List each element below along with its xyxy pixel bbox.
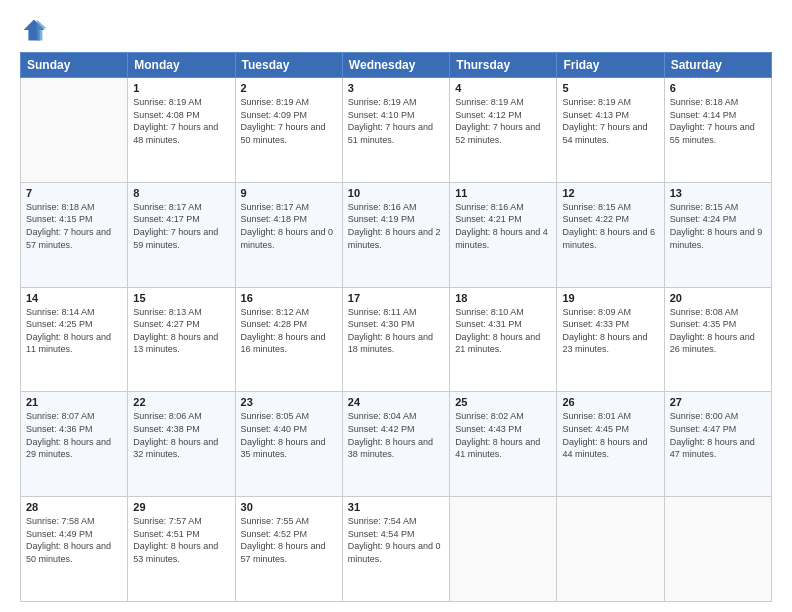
day-number: 22 — [133, 396, 229, 408]
day-info: Sunrise: 8:05 AMSunset: 4:40 PMDaylight:… — [241, 410, 337, 460]
day-number: 27 — [670, 396, 766, 408]
day-number: 6 — [670, 82, 766, 94]
day-cell: 11Sunrise: 8:16 AMSunset: 4:21 PMDayligh… — [450, 182, 557, 287]
day-cell: 24Sunrise: 8:04 AMSunset: 4:42 PMDayligh… — [342, 392, 449, 497]
day-info: Sunrise: 8:06 AMSunset: 4:38 PMDaylight:… — [133, 410, 229, 460]
day-cell: 27Sunrise: 8:00 AMSunset: 4:47 PMDayligh… — [664, 392, 771, 497]
day-cell: 12Sunrise: 8:15 AMSunset: 4:22 PMDayligh… — [557, 182, 664, 287]
day-cell: 22Sunrise: 8:06 AMSunset: 4:38 PMDayligh… — [128, 392, 235, 497]
day-info: Sunrise: 8:19 AMSunset: 4:12 PMDaylight:… — [455, 96, 551, 146]
day-info: Sunrise: 8:16 AMSunset: 4:21 PMDaylight:… — [455, 201, 551, 251]
day-cell: 5Sunrise: 8:19 AMSunset: 4:13 PMDaylight… — [557, 78, 664, 183]
day-info: Sunrise: 8:19 AMSunset: 4:10 PMDaylight:… — [348, 96, 444, 146]
day-cell: 23Sunrise: 8:05 AMSunset: 4:40 PMDayligh… — [235, 392, 342, 497]
week-row-5: 28Sunrise: 7:58 AMSunset: 4:49 PMDayligh… — [21, 497, 772, 602]
day-number: 10 — [348, 187, 444, 199]
day-number: 18 — [455, 292, 551, 304]
week-row-2: 7Sunrise: 8:18 AMSunset: 4:15 PMDaylight… — [21, 182, 772, 287]
header-wednesday: Wednesday — [342, 53, 449, 78]
day-number: 17 — [348, 292, 444, 304]
day-cell: 26Sunrise: 8:01 AMSunset: 4:45 PMDayligh… — [557, 392, 664, 497]
day-info: Sunrise: 8:15 AMSunset: 4:22 PMDaylight:… — [562, 201, 658, 251]
day-info: Sunrise: 8:19 AMSunset: 4:13 PMDaylight:… — [562, 96, 658, 146]
day-number: 16 — [241, 292, 337, 304]
day-cell: 13Sunrise: 8:15 AMSunset: 4:24 PMDayligh… — [664, 182, 771, 287]
day-cell: 21Sunrise: 8:07 AMSunset: 4:36 PMDayligh… — [21, 392, 128, 497]
header-tuesday: Tuesday — [235, 53, 342, 78]
day-cell — [450, 497, 557, 602]
header — [20, 16, 772, 44]
svg-marker-1 — [37, 20, 47, 41]
day-cell: 25Sunrise: 8:02 AMSunset: 4:43 PMDayligh… — [450, 392, 557, 497]
day-cell: 1Sunrise: 8:19 AMSunset: 4:08 PMDaylight… — [128, 78, 235, 183]
day-info: Sunrise: 8:07 AMSunset: 4:36 PMDaylight:… — [26, 410, 122, 460]
day-number: 24 — [348, 396, 444, 408]
week-row-3: 14Sunrise: 8:14 AMSunset: 4:25 PMDayligh… — [21, 287, 772, 392]
day-cell: 7Sunrise: 8:18 AMSunset: 4:15 PMDaylight… — [21, 182, 128, 287]
day-cell: 20Sunrise: 8:08 AMSunset: 4:35 PMDayligh… — [664, 287, 771, 392]
day-info: Sunrise: 8:10 AMSunset: 4:31 PMDaylight:… — [455, 306, 551, 356]
week-row-1: 1Sunrise: 8:19 AMSunset: 4:08 PMDaylight… — [21, 78, 772, 183]
day-number: 1 — [133, 82, 229, 94]
day-number: 7 — [26, 187, 122, 199]
day-cell: 29Sunrise: 7:57 AMSunset: 4:51 PMDayligh… — [128, 497, 235, 602]
day-number: 20 — [670, 292, 766, 304]
day-cell: 2Sunrise: 8:19 AMSunset: 4:09 PMDaylight… — [235, 78, 342, 183]
day-info: Sunrise: 8:04 AMSunset: 4:42 PMDaylight:… — [348, 410, 444, 460]
day-cell: 17Sunrise: 8:11 AMSunset: 4:30 PMDayligh… — [342, 287, 449, 392]
day-number: 14 — [26, 292, 122, 304]
day-cell: 15Sunrise: 8:13 AMSunset: 4:27 PMDayligh… — [128, 287, 235, 392]
calendar-table: Sunday Monday Tuesday Wednesday Thursday… — [20, 52, 772, 602]
day-cell: 28Sunrise: 7:58 AMSunset: 4:49 PMDayligh… — [21, 497, 128, 602]
day-info: Sunrise: 8:17 AMSunset: 4:18 PMDaylight:… — [241, 201, 337, 251]
day-number: 4 — [455, 82, 551, 94]
day-info: Sunrise: 8:11 AMSunset: 4:30 PMDaylight:… — [348, 306, 444, 356]
day-info: Sunrise: 8:09 AMSunset: 4:33 PMDaylight:… — [562, 306, 658, 356]
day-number: 5 — [562, 82, 658, 94]
logo-icon — [20, 16, 48, 44]
day-number: 21 — [26, 396, 122, 408]
day-info: Sunrise: 7:57 AMSunset: 4:51 PMDaylight:… — [133, 515, 229, 565]
day-cell: 8Sunrise: 8:17 AMSunset: 4:17 PMDaylight… — [128, 182, 235, 287]
day-number: 25 — [455, 396, 551, 408]
day-cell: 4Sunrise: 8:19 AMSunset: 4:12 PMDaylight… — [450, 78, 557, 183]
day-cell: 30Sunrise: 7:55 AMSunset: 4:52 PMDayligh… — [235, 497, 342, 602]
day-info: Sunrise: 8:02 AMSunset: 4:43 PMDaylight:… — [455, 410, 551, 460]
week-row-4: 21Sunrise: 8:07 AMSunset: 4:36 PMDayligh… — [21, 392, 772, 497]
day-number: 3 — [348, 82, 444, 94]
day-number: 29 — [133, 501, 229, 513]
day-cell — [21, 78, 128, 183]
header-friday: Friday — [557, 53, 664, 78]
logo — [20, 16, 52, 44]
day-number: 8 — [133, 187, 229, 199]
weekday-header-row: Sunday Monday Tuesday Wednesday Thursday… — [21, 53, 772, 78]
day-cell — [557, 497, 664, 602]
day-info: Sunrise: 8:16 AMSunset: 4:19 PMDaylight:… — [348, 201, 444, 251]
day-info: Sunrise: 8:18 AMSunset: 4:14 PMDaylight:… — [670, 96, 766, 146]
day-cell: 18Sunrise: 8:10 AMSunset: 4:31 PMDayligh… — [450, 287, 557, 392]
day-number: 26 — [562, 396, 658, 408]
day-number: 13 — [670, 187, 766, 199]
day-info: Sunrise: 8:17 AMSunset: 4:17 PMDaylight:… — [133, 201, 229, 251]
day-number: 15 — [133, 292, 229, 304]
day-number: 9 — [241, 187, 337, 199]
day-info: Sunrise: 8:00 AMSunset: 4:47 PMDaylight:… — [670, 410, 766, 460]
day-number: 12 — [562, 187, 658, 199]
day-info: Sunrise: 8:19 AMSunset: 4:08 PMDaylight:… — [133, 96, 229, 146]
day-info: Sunrise: 8:08 AMSunset: 4:35 PMDaylight:… — [670, 306, 766, 356]
day-info: Sunrise: 8:14 AMSunset: 4:25 PMDaylight:… — [26, 306, 122, 356]
day-info: Sunrise: 8:12 AMSunset: 4:28 PMDaylight:… — [241, 306, 337, 356]
day-info: Sunrise: 8:19 AMSunset: 4:09 PMDaylight:… — [241, 96, 337, 146]
header-monday: Monday — [128, 53, 235, 78]
day-info: Sunrise: 7:54 AMSunset: 4:54 PMDaylight:… — [348, 515, 444, 565]
day-number: 31 — [348, 501, 444, 513]
day-cell: 6Sunrise: 8:18 AMSunset: 4:14 PMDaylight… — [664, 78, 771, 183]
day-info: Sunrise: 8:01 AMSunset: 4:45 PMDaylight:… — [562, 410, 658, 460]
header-sunday: Sunday — [21, 53, 128, 78]
day-cell — [664, 497, 771, 602]
day-number: 2 — [241, 82, 337, 94]
day-info: Sunrise: 8:18 AMSunset: 4:15 PMDaylight:… — [26, 201, 122, 251]
day-info: Sunrise: 7:58 AMSunset: 4:49 PMDaylight:… — [26, 515, 122, 565]
day-cell: 31Sunrise: 7:54 AMSunset: 4:54 PMDayligh… — [342, 497, 449, 602]
header-thursday: Thursday — [450, 53, 557, 78]
